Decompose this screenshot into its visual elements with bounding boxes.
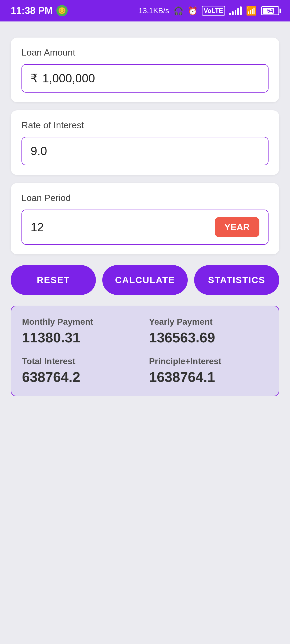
rupee-symbol: ₹ (31, 72, 38, 84)
loan-amount-label: Loan Amount (21, 47, 269, 58)
clock-time: 11:38 PM (11, 5, 53, 16)
loan-period-input[interactable] (31, 221, 215, 234)
loan-period-label: Loan Period (21, 193, 269, 203)
action-buttons-row: RESET CALCULATE STATISTICS (11, 265, 279, 295)
principle-interest-label: Principle+Interest (149, 356, 268, 366)
status-time-section: 11:38 PM 😊 (11, 5, 68, 16)
wifi-icon: 📶 (246, 6, 257, 16)
monthly-payment-item: Monthly Payment 11380.31 (22, 317, 141, 346)
results-card: Monthly Payment 11380.31 Yearly Payment … (11, 306, 279, 396)
signal-bars-icon (229, 6, 242, 15)
total-interest-label: Total Interest (22, 356, 141, 366)
volte-icon: VoLTE (202, 6, 225, 16)
monthly-payment-label: Monthly Payment (22, 317, 141, 327)
loan-amount-card: Loan Amount ₹ (11, 38, 279, 102)
status-icons: 13.1KB/s 🎧 ⏰ VoLTE 📶 54 (139, 6, 279, 16)
battery-level: 54 (267, 8, 273, 14)
main-content: Loan Amount ₹ Rate of Interest Loan Peri… (0, 21, 290, 407)
headphone-icon: 🎧 (173, 6, 183, 16)
rate-input-wrapper[interactable] (21, 137, 269, 165)
total-interest-value: 638764.2 (22, 369, 141, 385)
alarm-icon: ⏰ (188, 6, 198, 16)
principle-interest-item: Principle+Interest 1638764.1 (149, 356, 268, 385)
rate-of-interest-input[interactable] (31, 144, 259, 158)
network-speed: 13.1KB/s (139, 6, 169, 15)
emoji-symbol: 😊 (58, 7, 66, 14)
loan-amount-input[interactable] (42, 72, 259, 85)
status-bar: 11:38 PM 😊 13.1KB/s 🎧 ⏰ VoLTE 📶 54 (0, 0, 290, 21)
loan-amount-input-wrapper[interactable]: ₹ (21, 64, 269, 93)
statistics-button[interactable]: STATISTICS (194, 265, 279, 295)
total-interest-item: Total Interest 638764.2 (22, 356, 141, 385)
reset-button[interactable]: RESET (11, 265, 96, 295)
rate-of-interest-card: Rate of Interest (11, 110, 279, 175)
yearly-payment-value: 136563.69 (149, 330, 268, 346)
principle-interest-value: 1638764.1 (149, 369, 268, 385)
loan-period-card: Loan Period YEAR (11, 183, 279, 254)
emoji-icon: 😊 (56, 5, 68, 16)
calculate-button[interactable]: CALCULATE (102, 265, 187, 295)
loan-period-input-wrapper[interactable]: YEAR (21, 210, 269, 245)
rate-of-interest-label: Rate of Interest (21, 120, 269, 130)
monthly-payment-value: 11380.31 (22, 330, 141, 346)
yearly-payment-label: Yearly Payment (149, 317, 268, 327)
year-toggle-button[interactable]: YEAR (215, 217, 259, 237)
yearly-payment-item: Yearly Payment 136563.69 (149, 317, 268, 346)
battery-icon: 54 (261, 6, 279, 15)
